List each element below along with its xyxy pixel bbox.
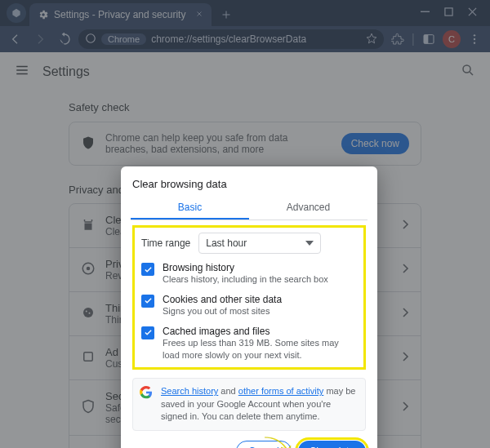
option-sublabel: Clears history, including in the search …	[163, 273, 328, 286]
clear-option-row: Cached images and filesFrees up less tha…	[141, 326, 357, 362]
time-range-select[interactable]: Last hour	[198, 233, 321, 254]
google-logo-icon	[140, 386, 153, 399]
clear-option-row: Browsing historyClears history, includin…	[141, 262, 357, 286]
tab-basic[interactable]: Basic	[131, 197, 249, 220]
option-sublabel: Signs you out of most sites	[163, 305, 282, 317]
tab-advanced[interactable]: Advanced	[249, 197, 368, 220]
chevron-down-icon	[305, 241, 314, 246]
time-range-value: Last hour	[206, 237, 247, 249]
clear-option-row: Cookies and other site dataSigns you out…	[141, 294, 357, 317]
option-sublabel: Frees up less than 319 MB. Some sites ma…	[163, 337, 357, 362]
google-info-box: Search history and other forms of activi…	[132, 378, 366, 430]
checkbox[interactable]	[141, 326, 154, 339]
checkbox[interactable]	[141, 263, 154, 276]
google-info-text: Search history and other forms of activi…	[161, 385, 359, 423]
option-label: Cached images and files	[163, 326, 357, 337]
clear-browsing-data-dialog: Clear browsing data Basic Advanced Time …	[121, 166, 377, 448]
other-activity-link[interactable]: other forms of activity	[238, 386, 324, 396]
highlight-region: Time range Last hour Browsing historyCle…	[132, 225, 366, 370]
option-label: Browsing history	[163, 262, 328, 273]
checkbox[interactable]	[141, 295, 154, 308]
cancel-button[interactable]: Cancel	[236, 441, 291, 448]
option-label: Cookies and other site data	[163, 294, 282, 305]
dialog-title: Clear browsing data	[132, 178, 366, 190]
search-history-link[interactable]: Search history	[161, 386, 218, 396]
time-range-label: Time range	[141, 237, 190, 249]
clear-data-button[interactable]: Clear data	[298, 441, 366, 448]
